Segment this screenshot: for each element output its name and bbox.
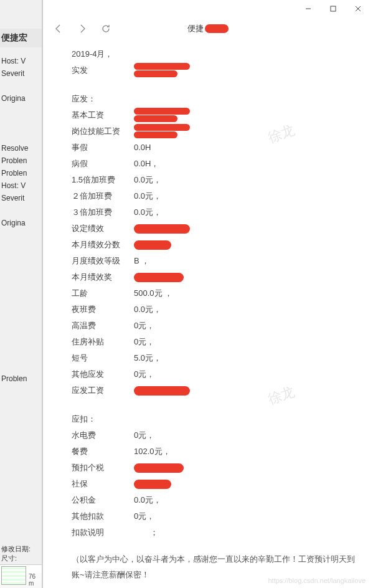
- pay-row: 基本工资: [72, 107, 356, 123]
- pay-period: 2019-4月，: [72, 46, 356, 62]
- pay-row: 预扣个税: [72, 460, 356, 476]
- minimize-button[interactable]: [296, 1, 321, 16]
- footer-note-1: （以客户为中心，以奋斗者为本，感谢您一直以来的辛勤工作！工资预计明天到账~请注意…: [72, 552, 356, 582]
- pay-value: 5.0元，: [134, 351, 356, 365]
- pay-label: ３倍加班费: [72, 205, 134, 219]
- pay-row: 本月绩效奖: [72, 269, 356, 285]
- pay-label: 病假: [72, 156, 134, 171]
- pay-label: 岗位技能工资: [72, 124, 134, 138]
- pay-row: 其他扣款0元，: [72, 508, 356, 524]
- due-header: 应发：: [72, 91, 356, 107]
- bg-line: Problen: [0, 167, 42, 179]
- pay-label: 1.5倍加班费: [72, 173, 134, 187]
- pay-label: 夜班费: [72, 302, 134, 316]
- pay-row: 高温费0元，: [72, 318, 356, 334]
- pay-value: [134, 480, 356, 489]
- pay-label: 应发工资: [72, 383, 134, 397]
- row-actual: 实发: [72, 62, 356, 78]
- pay-label: 高温费: [72, 318, 134, 333]
- pay-value: [134, 124, 356, 139]
- pay-value: 0元，: [134, 428, 356, 442]
- pay-value: ；: [134, 525, 356, 539]
- refresh-button[interactable]: [97, 19, 115, 38]
- pay-value: [134, 273, 356, 282]
- bg-line: Host: V: [0, 179, 42, 192]
- pay-row: 餐费102.0元，: [72, 443, 356, 460]
- pay-label: 本月绩效奖: [72, 270, 134, 284]
- pay-value: 0.0元，: [134, 302, 356, 316]
- pay-row: 设定绩效: [72, 220, 356, 237]
- background-panel: 便捷宏 Host: V Severit Origina Resolve Prob…: [0, 0, 42, 588]
- pay-value: 0.0H，: [134, 156, 356, 171]
- bg-line: Origina: [0, 92, 42, 105]
- bg-line: Severit: [0, 192, 42, 204]
- ded-header-text: 应扣：: [72, 412, 96, 426]
- maximize-button[interactable]: [321, 1, 346, 16]
- pay-label: 基本工资: [72, 108, 134, 122]
- redaction-mark: [134, 224, 190, 234]
- due-header-text: 应发：: [72, 92, 96, 106]
- pay-label: 其他扣款: [72, 509, 134, 523]
- redaction-mark: [134, 480, 171, 489]
- pay-value: 0.0元，: [134, 493, 356, 507]
- pay-value: 0元，: [134, 509, 356, 523]
- pay-row: 工龄500.0元 ，: [72, 285, 356, 301]
- pay-row: 社保: [72, 476, 356, 492]
- pay-period-text: 2019-4月，: [72, 47, 113, 61]
- ded-header: 应扣：: [72, 411, 356, 427]
- mail-content: 2019-4月， 实发 应发： 基本工资岗位技能工资事假0.0H病假0.0H，1…: [43, 40, 373, 588]
- pay-value: [134, 240, 356, 250]
- bg-block-3: Problen: [0, 372, 42, 385]
- page-title: 便捷: [187, 23, 229, 34]
- pay-row: 公积金0.0元，: [72, 492, 356, 508]
- pay-label: ２倍加班费: [72, 189, 134, 203]
- pay-value: 0.0元，: [134, 189, 356, 203]
- pay-row: 本月绩效分数: [72, 237, 356, 253]
- pay-value: 0元，: [134, 318, 356, 333]
- bg-thumbnail: [1, 566, 26, 585]
- bg-footer: 修改日期: 尺寸:: [1, 544, 31, 563]
- pay-label: 餐费: [72, 444, 134, 458]
- svg-rect-1: [331, 6, 336, 11]
- pay-value: 0.0元，: [134, 205, 356, 219]
- bg-line: Resolve: [0, 142, 42, 154]
- pay-label: 月度绩效等级: [72, 254, 134, 268]
- pay-label: 社保: [72, 477, 134, 491]
- bg-footer-line: 尺寸:: [1, 554, 31, 563]
- back-button[interactable]: [49, 19, 68, 38]
- pay-label: 住房补贴: [72, 334, 134, 349]
- pay-row: 夜班费0.0元，: [72, 301, 356, 318]
- pay-value: 0.0H: [134, 140, 356, 154]
- pay-row: ２倍加班费0.0元，: [72, 188, 356, 204]
- pay-value: 500.0元 ，: [134, 286, 356, 300]
- redaction-mark: [134, 386, 190, 396]
- pay-row: 1.5倍加班费0.0元，: [72, 172, 356, 188]
- bg-footer-line: 修改日期:: [1, 544, 31, 554]
- pay-row: 其他应发0元，: [72, 366, 356, 382]
- pay-value: B ，: [134, 254, 356, 268]
- pay-row: 扣款说明 ；: [72, 524, 356, 541]
- pay-row: 水电费0元，: [72, 427, 356, 443]
- label-actual: 实发: [72, 63, 134, 77]
- pay-label: 短号: [72, 351, 134, 365]
- forward-button[interactable]: [73, 19, 92, 38]
- bg-block-2: Resolve Problen Problen Host: V Severit …: [0, 142, 42, 229]
- bg-thumb-label: 76 m: [29, 573, 42, 587]
- pay-label: 工龄: [72, 286, 134, 300]
- page-title-text: 便捷: [187, 23, 204, 34]
- redaction-mark: [205, 24, 229, 33]
- pay-value: 0元，: [134, 367, 356, 381]
- close-button[interactable]: [346, 1, 371, 16]
- bg-line: Origina: [0, 217, 42, 229]
- redaction-mark: [134, 240, 171, 250]
- pay-value: [134, 224, 356, 234]
- bg-title: 便捷宏: [0, 29, 42, 47]
- pay-label: 扣款说明: [72, 525, 134, 539]
- pay-row: 岗位技能工资: [72, 123, 356, 140]
- redaction-mark: [134, 124, 190, 139]
- pay-row: 事假0.0H: [72, 140, 356, 156]
- pay-row: 病假0.0H，: [72, 156, 356, 172]
- bg-block-1: Host: V Severit Origina: [0, 55, 42, 105]
- pay-row: 月度绩效等级B ，: [72, 253, 356, 269]
- bg-line: Problen: [0, 372, 42, 385]
